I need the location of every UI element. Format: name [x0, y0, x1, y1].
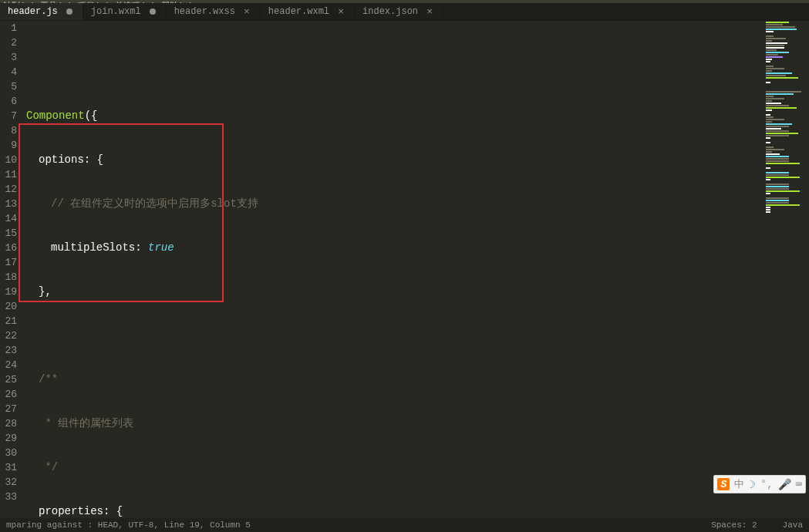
status-right: Spaces: 2 Java	[711, 520, 803, 530]
punct-icon[interactable]: °,	[760, 478, 774, 490]
tab-header-wxss[interactable]: header.wxss ×	[167, 3, 261, 20]
tab-label: header.js	[8, 6, 58, 17]
code-line: properties: {	[26, 504, 764, 519]
status-left: mparing against : HEAD, UTF-8, Line 19, …	[6, 520, 251, 530]
code-area[interactable]: Component({ options: { // 在组件定义时的选项中启用多s…	[20, 21, 764, 520]
tab-label: header.wxml	[268, 6, 329, 17]
ime-logo-icon: S	[717, 478, 730, 490]
ime-toolbar[interactable]: S 中 ☽ °, 🎤 ⌨	[713, 475, 806, 493]
tab-bar: header.js × join.wxml × header.wxss × he…	[0, 3, 809, 21]
tab-label: join.wxml	[91, 6, 141, 17]
status-spaces[interactable]: Spaces: 2	[711, 520, 757, 530]
close-icon[interactable]: ×	[424, 6, 435, 17]
tab-header-wxml[interactable]: header.wxml ×	[261, 3, 355, 20]
status-syntax[interactable]: Java	[783, 520, 803, 530]
code-line: /**	[26, 372, 764, 387]
code-line: // 在组件定义时的选项中启用多slot支持	[26, 197, 764, 211]
close-icon[interactable]: ×	[335, 6, 346, 17]
statusbar: mparing against : HEAD, UTF-8, Line 19, …	[0, 518, 809, 532]
code-line: options: {	[26, 153, 764, 167]
code-line: * 组件的属性列表	[26, 416, 764, 431]
tab-label: header.wxss	[174, 6, 235, 17]
tab-index-json[interactable]: index.json ×	[355, 3, 443, 20]
dirty-icon	[64, 6, 75, 17]
dirty-icon	[147, 6, 158, 17]
tab-label: index.json	[362, 6, 418, 17]
code-line: },	[26, 285, 764, 299]
tab-header-js[interactable]: header.js ×	[0, 3, 83, 20]
code-line: */	[26, 460, 764, 475]
editor[interactable]: 12345 678910 1112131415 1617181920 21222…	[0, 21, 809, 520]
line-gutter: 12345 678910 1112131415 1617181920 21222…	[0, 21, 20, 520]
code-line	[26, 328, 764, 343]
code-line: multipleSlots: true	[26, 241, 764, 255]
moon-icon[interactable]: ☽	[749, 478, 755, 491]
mic-icon[interactable]: 🎤	[778, 478, 791, 491]
code-line: Component({	[26, 109, 764, 123]
code-line	[26, 65, 764, 79]
highlight-box	[19, 123, 224, 302]
minimap[interactable]	[764, 21, 809, 520]
keyboard-icon[interactable]: ⌨	[796, 478, 802, 491]
ime-lang-cn[interactable]: 中	[734, 477, 744, 491]
tab-join-wxml[interactable]: join.wxml ×	[83, 3, 167, 20]
close-icon[interactable]: ×	[241, 6, 252, 17]
